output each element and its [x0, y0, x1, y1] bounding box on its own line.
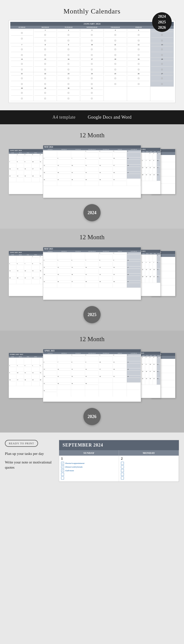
cal-cell: 8 — [34, 43, 57, 58]
checkbox-appointment[interactable] — [61, 462, 64, 465]
checkbox-empty-2[interactable] — [61, 476, 64, 480]
ready-badge: READY TO PRINT — [5, 440, 38, 447]
sep-cell-num: 2 — [121, 457, 177, 461]
stacked-cals-2025: JANUARY 2025 SUNMONTUEWEDTHUFRISAT 1234 … — [8, 246, 176, 302]
sep-week-1: 1 Doctor's appointment Dinner with frien… — [59, 456, 179, 482]
sep-empty-mon-4 — [121, 473, 177, 476]
sep-cal-days-header: SUNDAY MONDAY — [59, 450, 179, 456]
cal-cell — [10, 29, 34, 43]
cal-cell: 19 — [127, 58, 150, 72]
mini-cal-header: MAY 2025 — [43, 247, 141, 250]
stacked-cals-2026: FEBRUARY 2025 SUNMONTUEWEDTHUFRISAT 1 23… — [8, 348, 176, 404]
header-relative: Monthly Calendars 2024 2025 2026 — [5, 7, 179, 15]
year-circle-2026: 2026 — [83, 408, 101, 425]
checkbox-empty-mon-3[interactable] — [121, 469, 124, 472]
day-wed: WEDNESDAY — [80, 26, 104, 29]
feature-plan: Plan up your tasks per day — [5, 451, 54, 456]
day-mon: MONDAY — [34, 26, 57, 29]
mini-cal-header: APRIL 2025 — [43, 349, 141, 352]
cal-cell: 31 — [80, 87, 104, 101]
cal-week-2: 7 8 9 10 11 12 13 — [10, 43, 174, 58]
section-title-2026: 12 Month — [5, 336, 179, 343]
cal-cell: 4 — [104, 29, 127, 43]
mini-mon: MON — [16, 152, 24, 154]
main-title: Monthly Calendars — [5, 7, 179, 15]
cal-cell: 10 — [80, 43, 104, 58]
stacked-cals-2024: JANUARY 2024 SUN MON TUE WED THU FRI SAT… — [8, 144, 176, 200]
cal-cell: 12 — [127, 43, 150, 58]
cal-month-header: JANUARY 2024 — [10, 22, 174, 26]
section-title-2024: 12 Month — [5, 132, 179, 139]
january-calendar-preview: JANUARY 2024 SUNDAY MONDAY TUESDAY WEDNE… — [8, 20, 176, 103]
checkbox-empty-mon-2[interactable] — [121, 466, 124, 468]
main-cal-2024: MAY 2024 SUNDAYMONDAYTUESDAYWEDNESDAYTHU… — [43, 145, 141, 198]
sep-empty-1 — [61, 473, 117, 476]
cal-cell: 22 — [34, 72, 57, 86]
sep-item-3: Call mom — [61, 469, 117, 472]
cal-cell: 7 — [10, 43, 34, 58]
cal-cell: 16 — [57, 58, 80, 72]
feature-write: Write your note or motivational quotes — [5, 460, 54, 470]
cal-cell: 21 — [10, 72, 34, 86]
sep-empty-mon-1 — [121, 462, 177, 465]
cal-cell — [150, 87, 174, 101]
appointment-text: Doctor's appointment — [65, 462, 84, 464]
cal-cell: 3 — [80, 29, 104, 43]
checkbox-empty-mon-4[interactable] — [121, 473, 124, 476]
cal-cell: 29 — [34, 87, 57, 101]
sep-empty-mon-5 — [121, 476, 177, 480]
cal-cell-sat: 13 — [150, 43, 174, 58]
sep-item-2: Dinner with friends — [61, 466, 117, 468]
checkbox-empty-mon-1[interactable] — [121, 462, 124, 465]
cal-cell: 26 — [127, 72, 150, 86]
call-text: Call mom — [65, 469, 74, 472]
cal-week-1: 1 2 3 4 5 6 — [10, 29, 174, 43]
cal-cell: 14 — [10, 58, 34, 72]
mini-cal-header: MAY 2024 — [43, 146, 141, 148]
cal-cell: 2 — [57, 29, 80, 43]
year-badge-2026: 2026 — [158, 25, 166, 30]
template-bar: A4 template Google Docs and Word — [0, 110, 184, 124]
bottom-section: READY TO PRINT Plan up your tasks per da… — [0, 432, 184, 489]
header-section: Monthly Calendars 2024 2025 2026 JANUARY… — [0, 0, 184, 110]
cal-cell: 24 — [80, 72, 104, 86]
bottom-left-features: READY TO PRINT Plan up your tasks per da… — [5, 440, 54, 474]
mini-tue: TUE — [24, 152, 32, 154]
year-badge: 2024 2025 2026 — [152, 12, 172, 32]
cal-days-header: SUNDAY MONDAY TUESDAY WEDNESDAY THURSDAY… — [10, 26, 174, 29]
sep-col-sunday: SUNDAY — [59, 450, 119, 456]
cal-cell-sat: 27 — [150, 72, 174, 86]
cal-cell: 17 — [80, 58, 104, 72]
mini-wed: WED — [32, 152, 39, 154]
year-circle-2025: 2025 — [83, 306, 101, 323]
section-title-2025: 12 Month — [5, 234, 179, 241]
sep-cal-header: SEPTEMBER 2024 — [59, 440, 179, 450]
sep-cell-num: 1 — [61, 457, 117, 461]
main-cal-2025: MAY 2025 SUNDAYMONDAYTUESDAYWEDNESDAYTHU… — [43, 247, 141, 300]
september-calendar: SEPTEMBER 2024 SUNDAY MONDAY 1 Doctor's … — [59, 440, 179, 482]
cal-cell: 11 — [104, 43, 127, 58]
section-2024: 12 Month JANUARY 2024 SUN MON TUE WED TH… — [0, 124, 184, 229]
cal-week-3: 14 15 16 17 18 19 20 — [10, 58, 174, 72]
main-cal-2026: APRIL 2025 SUNDAYMONDAYTUESDAYWEDNESDAYT… — [43, 349, 141, 402]
sep-col-monday: MONDAY — [119, 450, 179, 456]
section-2025: 12 Month JANUARY 2025 SUNMONTUEWEDTHUFRI… — [0, 229, 184, 330]
template-label: A4 template — [52, 115, 76, 120]
year-badge-2024: 2024 — [158, 14, 166, 19]
day-thu: THURSDAY — [104, 26, 127, 29]
cal-week-5: 28 29 30 31 — [10, 87, 174, 101]
checkbox-empty-1[interactable] — [61, 473, 64, 476]
year-badge-2025: 2025 — [158, 20, 166, 25]
cal-cell — [127, 87, 150, 101]
cal-cell: 5 — [127, 29, 150, 43]
format-label: Google Docs and Word — [88, 115, 132, 120]
cal-week-4: 21 22 23 24 25 26 27 — [10, 72, 174, 87]
section-2026: 12 Month FEBRUARY 2025 SUNMONTUEWEDTHUFR… — [0, 330, 184, 432]
checkbox-empty-mon-5[interactable] — [121, 476, 124, 480]
cal-cell: 30 — [57, 87, 80, 101]
checkbox-dinner[interactable] — [61, 466, 64, 468]
day-fri: FRIDAY — [127, 26, 150, 29]
checkbox-call[interactable] — [61, 469, 64, 472]
cal-cell: 18 — [104, 58, 127, 72]
sep-item-1: Doctor's appointment — [61, 462, 117, 465]
